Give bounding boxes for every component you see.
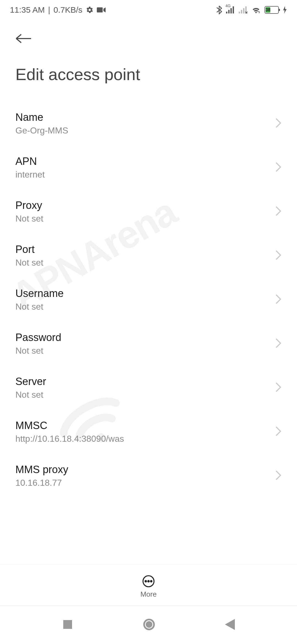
list-item-port[interactable]: Port Not set [0, 234, 297, 278]
signal-no-sim-icon [239, 6, 248, 13]
list-item-label: Password [15, 332, 275, 343]
list-item-mmsc[interactable]: MMSC http://10.16.18.4:38090/was [0, 410, 297, 454]
list-item-password[interactable]: Password Not set [0, 322, 297, 366]
list-item-value: http://10.16.18.4:38090/was [15, 434, 275, 444]
svg-point-9 [257, 11, 260, 14]
chevron-right-icon [275, 250, 282, 262]
page-title: Edit access point [15, 65, 282, 84]
header: Edit access point [0, 20, 297, 91]
chevron-right-icon [275, 338, 282, 350]
list-item-name[interactable]: Name Ge-Org-MMS [0, 102, 297, 146]
navigation-bar [0, 605, 297, 644]
svg-point-13 [148, 580, 149, 582]
list-item-username[interactable]: Username Not set [0, 278, 297, 322]
status-data-rate: 0.7KB/s [54, 5, 82, 15]
chevron-right-icon [275, 162, 282, 174]
svg-rect-4 [233, 6, 234, 13]
svg-rect-1 [226, 12, 227, 13]
nav-recent-button[interactable] [62, 619, 73, 631]
svg-point-17 [146, 621, 152, 628]
video-icon [97, 7, 106, 13]
list-item-label: APN [15, 155, 275, 167]
list-item-value: internet [15, 170, 275, 180]
svg-point-12 [145, 580, 146, 582]
bluetooth-icon [216, 6, 222, 14]
chevron-right-icon [275, 426, 282, 438]
nav-home-button[interactable] [142, 618, 156, 632]
wifi-icon [251, 6, 261, 14]
list-item-value: Not set [15, 302, 275, 312]
list-item-value: Ge-Org-MMS [15, 125, 275, 136]
list-item-label: Proxy [15, 200, 275, 211]
list-item-label: MMS proxy [15, 464, 275, 476]
gear-icon [86, 6, 94, 14]
svg-point-14 [150, 580, 152, 582]
list-item-value: 10.16.18.77 [15, 478, 275, 488]
signal-4g-indicator: 4G [226, 6, 235, 13]
list-item-label: MMSC [15, 420, 275, 432]
list-item-value: Not set [15, 390, 275, 400]
chevron-right-icon [275, 294, 282, 306]
chevron-right-icon [275, 206, 282, 218]
list-item-label: Username [15, 288, 275, 299]
svg-rect-6 [241, 10, 242, 13]
list-item-value: Not set [15, 214, 275, 224]
back-button[interactable] [15, 33, 282, 45]
status-time: 11:35 AM [10, 5, 45, 15]
battery-percent: 38 [266, 7, 270, 13]
list-item-label: Name [15, 111, 275, 123]
status-separator: | [48, 5, 50, 15]
svg-rect-2 [228, 10, 230, 13]
status-bar: 11:35 AM | 0.7KB/s 4G 38 [0, 0, 297, 20]
list-item-proxy[interactable]: Proxy Not set [0, 190, 297, 234]
charging-icon [283, 6, 287, 14]
chevron-right-icon [275, 382, 282, 394]
list-item-label: Port [15, 244, 275, 255]
svg-rect-5 [239, 12, 240, 13]
list-item-value: Not set [15, 346, 275, 356]
svg-rect-15 [63, 620, 72, 629]
svg-rect-7 [243, 8, 244, 13]
status-left: 11:35 AM | 0.7KB/s [10, 5, 106, 15]
list-item-mms-proxy[interactable]: MMS proxy 10.16.18.77 [0, 454, 297, 498]
network-label: 4G [226, 4, 231, 8]
svg-rect-0 [97, 7, 103, 13]
nav-back-button[interactable] [225, 619, 235, 631]
list-item-value: Not set [15, 258, 275, 268]
more-label: More [140, 590, 156, 599]
svg-rect-3 [230, 8, 232, 13]
chevron-right-icon [275, 118, 282, 130]
battery-icon: 38 [265, 6, 279, 14]
list-item-apn[interactable]: APN internet [0, 146, 297, 190]
list-item-server[interactable]: Server Not set [0, 366, 297, 410]
more-horizontal-icon [142, 575, 155, 588]
bottom-toolbar: More [0, 564, 297, 605]
status-right: 4G 38 [216, 6, 287, 14]
settings-list: Name Ge-Org-MMS APN internet Proxy Not s… [0, 91, 297, 509]
more-button[interactable]: More [140, 575, 156, 599]
list-item-label: Server [15, 376, 275, 388]
chevron-right-icon [275, 470, 282, 482]
